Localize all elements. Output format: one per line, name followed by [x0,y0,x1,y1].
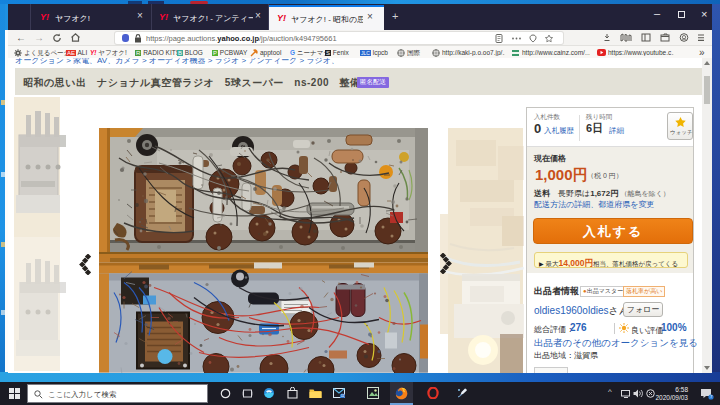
svg-text:11: 11 [341,394,345,398]
